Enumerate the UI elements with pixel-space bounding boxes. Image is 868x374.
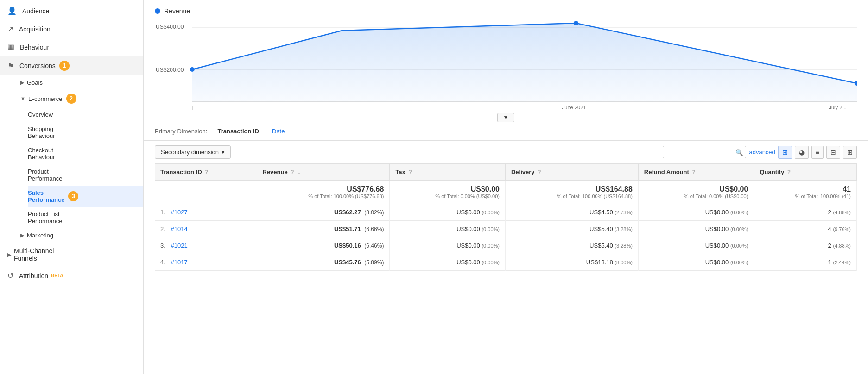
sidebar-item-shopping-behaviour[interactable]: ShoppingBehaviour xyxy=(28,122,143,143)
sidebar-item-behaviour[interactable]: ▦ Behaviour xyxy=(0,38,143,56)
view-grid-button[interactable]: ⊞ xyxy=(778,146,792,159)
help-icon-transaction[interactable]: ? xyxy=(205,169,208,175)
secondary-dimension-button[interactable]: Secondary dimension ▾ xyxy=(155,145,231,159)
behaviour-icon: ▦ xyxy=(7,43,14,51)
tax-value: US$0.00 xyxy=(456,259,480,266)
totals-revenue: US$776.68 % of Total: 100.00% (US$776.68… xyxy=(257,181,390,204)
cell-delivery: US$5.40 (3.28%) xyxy=(505,237,638,254)
sidebar-item-attribution[interactable]: ↺ Attribution BETA xyxy=(0,267,143,285)
svg-text:|: | xyxy=(192,105,194,110)
cell-refund: US$0.00 (0.00%) xyxy=(638,221,754,237)
transaction-link[interactable]: #1014 xyxy=(171,225,187,232)
data-table: Transaction ID ? Revenue ? ↓ Tax ? Deliv… xyxy=(155,163,857,271)
secondary-dim-arrow-icon: ▾ xyxy=(222,149,225,156)
sidebar-item-multi-channel[interactable]: ▶ Multi-ChannelFunnels xyxy=(0,243,143,267)
transaction-link[interactable]: #1017 xyxy=(171,259,187,266)
sales-performance-badge: 3 xyxy=(68,191,78,201)
cell-tax: US$0.00 (0.00%) xyxy=(390,221,506,237)
revenue-pct: (8.02%) xyxy=(364,209,384,216)
product-list-performance-label: Product ListPerformance xyxy=(28,211,62,224)
cell-revenue: US$62.27 (8.02%) xyxy=(257,204,390,221)
sidebar-item-product-list-performance[interactable]: Product ListPerformance xyxy=(28,207,143,228)
cell-delivery: US$13.18 (8.00%) xyxy=(505,254,638,271)
primary-dim-date-link[interactable]: Date xyxy=(272,128,285,135)
revenue-value: US$50.16 xyxy=(334,242,361,249)
attribution-icon: ↺ xyxy=(7,271,13,280)
total-tax-sub: % of Total: 0.00% (US$0.00) xyxy=(395,193,500,199)
sidebar-item-checkout-behaviour[interactable]: CheckoutBehaviour xyxy=(28,143,143,164)
revenue-pct: (6.46%) xyxy=(364,243,384,249)
legend-dot xyxy=(155,8,160,14)
sidebar-item-product-performance[interactable]: ProductPerformance xyxy=(28,164,143,186)
total-delivery-value: US$164.88 xyxy=(511,185,633,193)
quantity-value: 4 xyxy=(828,225,831,232)
cell-transaction-id: 4. #1017 xyxy=(155,254,257,271)
sidebar-item-ecommerce[interactable]: ▼ E-commerce 2 xyxy=(20,90,143,107)
col-quantity: Quantity ? xyxy=(754,164,857,181)
transaction-link[interactable]: #1027 xyxy=(171,209,187,216)
cell-delivery: US$5.40 (3.28%) xyxy=(505,221,638,237)
col-label: Revenue xyxy=(263,168,288,175)
svg-point-6 xyxy=(190,67,195,72)
chart-legend-label: Revenue xyxy=(164,7,190,15)
total-tax-value: US$0.00 xyxy=(395,185,500,193)
sidebar-item-goals[interactable]: ▶ Goals xyxy=(20,75,143,90)
table-controls: Secondary dimension ▾ 🔍 advanced ⊞ ◕ ≡ ⊟… xyxy=(144,141,868,163)
help-icon-revenue[interactable]: ? xyxy=(291,169,294,175)
help-icon-delivery[interactable]: ? xyxy=(538,169,541,175)
svg-text:US$400.00: US$400.00 xyxy=(156,24,184,30)
chart-collapse-handle[interactable]: ▼ xyxy=(155,113,857,122)
total-quantity-sub: % of Total: 100.00% (41) xyxy=(760,193,851,199)
refund-pct: (0.00%) xyxy=(730,243,748,249)
shopping-behaviour-label: ShoppingBehaviour xyxy=(28,125,55,139)
help-icon-refund[interactable]: ? xyxy=(692,169,695,175)
primary-dim-active[interactable]: Transaction ID xyxy=(217,128,259,135)
transaction-link[interactable]: #1021 xyxy=(171,242,187,249)
col-revenue[interactable]: Revenue ? ↓ xyxy=(257,164,390,181)
overview-label: Overview xyxy=(28,111,53,118)
view-list-button[interactable]: ≡ xyxy=(811,146,824,159)
tax-value: US$0.00 xyxy=(456,242,480,249)
ecommerce-badge: 2 xyxy=(66,94,76,104)
refund-value: US$0.00 xyxy=(705,225,729,232)
svg-text:US$200.00: US$200.00 xyxy=(156,67,184,73)
col-label: Quantity xyxy=(760,168,784,175)
row-number: 4. xyxy=(160,259,165,266)
main-content: Revenue US$400.00 US$200.00 xyxy=(144,0,868,374)
search-input[interactable] xyxy=(663,146,746,158)
view-table2-button[interactable]: ⊞ xyxy=(843,146,857,159)
advanced-link[interactable]: advanced xyxy=(749,149,775,156)
sidebar-item-marketing[interactable]: ▶ Marketing xyxy=(20,228,143,243)
help-icon-tax[interactable]: ? xyxy=(408,169,412,175)
cell-quantity: 2 (4.88%) xyxy=(754,204,857,221)
search-button[interactable]: 🔍 xyxy=(735,149,743,156)
sidebar-item-acquisition[interactable]: ↗ Acquisition xyxy=(0,20,143,38)
sidebar-item-audience[interactable]: 👤 Audience xyxy=(0,2,143,20)
sidebar-item-conversions[interactable]: ⚑ Conversions 1 xyxy=(0,56,143,75)
table-row: 2. #1014 US$51.71 (6.66%) US$0.00 (0.00%… xyxy=(155,221,857,237)
delivery-value: US$5.40 xyxy=(589,225,613,232)
quantity-pct: (4.88%) xyxy=(833,243,851,249)
sidebar-item-overview[interactable]: Overview xyxy=(28,107,143,122)
cell-quantity: 1 (2.44%) xyxy=(754,254,857,271)
tax-pct: (0.00%) xyxy=(482,226,500,232)
tax-pct: (0.00%) xyxy=(482,210,500,215)
refund-value: US$0.00 xyxy=(705,242,729,249)
cell-revenue: US$45.76 (5.89%) xyxy=(257,254,390,271)
cell-transaction-id: 1. #1027 xyxy=(155,204,257,221)
cell-tax: US$0.00 (0.00%) xyxy=(390,254,506,271)
sidebar-item-sales-performance[interactable]: SalesPerformance 3 xyxy=(28,186,143,207)
help-icon-quantity[interactable]: ? xyxy=(787,169,791,175)
view-pie-button[interactable]: ◕ xyxy=(795,146,809,159)
quantity-value: 2 xyxy=(828,242,831,249)
secondary-dim-label: Secondary dimension xyxy=(161,149,219,156)
sort-icon-revenue: ↓ xyxy=(298,168,301,175)
svg-text:June 2021: June 2021 xyxy=(562,105,586,110)
primary-dimension-toolbar: Primary Dimension: Transaction ID Date xyxy=(144,122,868,141)
beta-badge: BETA xyxy=(51,273,63,278)
delivery-value: US$13.18 xyxy=(586,259,613,266)
view-settings-button[interactable]: ⊟ xyxy=(826,146,840,159)
quantity-pct: (9.76%) xyxy=(833,226,851,232)
col-tax: Tax ? xyxy=(390,164,506,181)
row-number: 1. xyxy=(160,209,165,216)
